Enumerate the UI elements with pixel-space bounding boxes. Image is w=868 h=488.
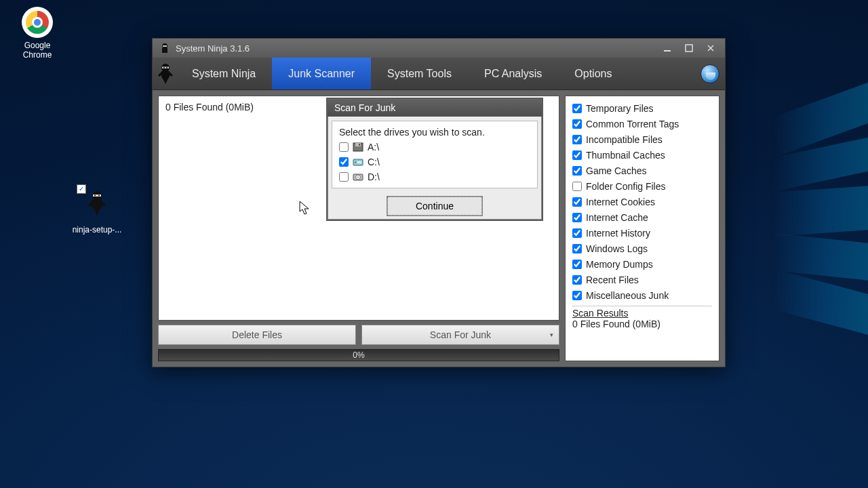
- drive-icon: [353, 142, 363, 152]
- svg-rect-18: [357, 161, 361, 163]
- svg-point-2: [94, 195, 96, 197]
- scan-option[interactable]: Internet Cache: [572, 209, 712, 225]
- desktop-icon-ninja-setup[interactable]: ✓ ninja-setup-...: [66, 187, 127, 235]
- scan-option[interactable]: Incompatible Files: [572, 131, 712, 147]
- scan-option-label: Incompatible Files: [586, 134, 663, 145]
- scan-option-label: Miscellaneous Junk: [586, 290, 669, 301]
- drive-checkbox[interactable]: [339, 157, 349, 167]
- scan-option-checkbox[interactable]: [572, 291, 582, 300]
- scan-option-checkbox[interactable]: [572, 182, 582, 191]
- drive-option[interactable]: D:\: [339, 171, 530, 182]
- scan-dialog: Scan For Junk Select the drives you wish…: [326, 98, 543, 221]
- tab-label: PC Analysis: [484, 68, 542, 80]
- progress-bar: 0%: [158, 349, 559, 361]
- scan-option[interactable]: Memory Dumps: [572, 256, 712, 272]
- scan-option-checkbox[interactable]: [572, 244, 582, 253]
- scan-option-checkbox[interactable]: [572, 213, 582, 222]
- scan-option[interactable]: Temporary Files: [572, 100, 712, 116]
- ninja-logo-icon: [155, 58, 176, 89]
- svg-point-12: [166, 66, 167, 68]
- continue-button[interactable]: Continue: [387, 197, 482, 216]
- scan-option[interactable]: Miscellaneous Junk: [572, 287, 712, 303]
- scan-option-checkbox[interactable]: [572, 260, 582, 269]
- main-tabs: System Ninja Junk Scanner System Tools P…: [153, 58, 725, 90]
- results-pane: 0 Files Found (0MiB) Scan For Junk Selec…: [158, 96, 559, 321]
- svg-rect-7: [664, 50, 671, 52]
- tab-system-tools[interactable]: System Tools: [371, 58, 468, 89]
- tab-pc-analysis[interactable]: PC Analysis: [468, 58, 558, 89]
- dialog-title: Scan For Junk: [328, 99, 542, 117]
- tab-label: System Tools: [387, 68, 452, 80]
- tab-options[interactable]: Options: [558, 58, 628, 89]
- scan-option-checkbox[interactable]: [572, 119, 582, 129]
- dialog-instruction: Select the drives you wish to scan.: [339, 127, 530, 138]
- tab-label: Options: [574, 68, 612, 80]
- scan-option-checkbox[interactable]: [572, 135, 582, 144]
- scan-option[interactable]: Thumbnail Caches: [572, 147, 712, 163]
- maximize-button[interactable]: [679, 41, 699, 55]
- close-button[interactable]: [701, 41, 721, 55]
- ninja-file-icon: ✓: [81, 190, 113, 222]
- scan-option[interactable]: Folder Config Files: [572, 178, 712, 194]
- scan-option[interactable]: Common Torrent Tags: [572, 116, 712, 131]
- drive-option[interactable]: A:\: [339, 142, 530, 152]
- scan-options-panel: Temporary FilesCommon Torrent TagsIncomp…: [565, 96, 719, 361]
- scan-option-label: Folder Config Files: [586, 181, 666, 192]
- delete-files-button[interactable]: Delete Files: [158, 325, 356, 345]
- tab-junk-scanner[interactable]: Junk Scanner: [272, 58, 371, 89]
- scan-option-checkbox[interactable]: [572, 104, 582, 113]
- app-icon: [159, 43, 170, 54]
- svg-rect-1: [93, 195, 101, 197]
- chrome-icon: [22, 7, 53, 38]
- tab-label: System Ninja: [192, 68, 256, 80]
- svg-rect-8: [686, 45, 692, 52]
- desktop-icon-label: Google Chrome: [7, 41, 68, 60]
- scan-option[interactable]: Recent Files: [572, 272, 712, 287]
- drive-icon: [353, 157, 363, 167]
- svg-point-3: [98, 195, 100, 197]
- tab-label: Junk Scanner: [288, 68, 355, 80]
- window-title: System Ninja 3.1.6: [176, 43, 250, 54]
- tab-system-ninja[interactable]: System Ninja: [176, 58, 272, 89]
- drive-checkbox[interactable]: [339, 142, 349, 152]
- scan-option-checkbox[interactable]: [572, 166, 582, 176]
- scan-option-label: Windows Logs: [586, 243, 648, 254]
- svg-rect-10: [162, 66, 169, 68]
- cursor-icon: [299, 201, 311, 216]
- desktop-icon-label: ninja-setup-...: [66, 225, 127, 235]
- svg-rect-5: [163, 45, 167, 47]
- drive-label: C:\: [368, 157, 380, 167]
- drive-icon: [353, 172, 363, 182]
- scan-results-heading: Scan Results: [572, 308, 712, 319]
- titlebar[interactable]: System Ninja 3.1.6: [153, 39, 725, 58]
- scan-option[interactable]: Internet History: [572, 225, 712, 241]
- drive-label: A:\: [368, 142, 379, 152]
- scan-option[interactable]: Windows Logs: [572, 241, 712, 256]
- scan-results-text: 0 Files Found (0MiB): [572, 319, 712, 329]
- svg-rect-6: [162, 48, 167, 53]
- scan-option-label: Recent Files: [586, 274, 639, 285]
- desktop-icon-chrome[interactable]: Google Chrome: [7, 7, 68, 60]
- scan-option-label: Thumbnail Caches: [586, 150, 665, 161]
- scan-option-checkbox[interactable]: [572, 150, 582, 160]
- drive-option[interactable]: C:\: [339, 157, 530, 167]
- svg-point-17: [355, 162, 356, 163]
- flask-icon: [701, 64, 719, 83]
- profile-orb[interactable]: [695, 58, 725, 89]
- svg-point-11: [163, 66, 165, 68]
- scan-option[interactable]: Internet Cookies: [572, 194, 712, 209]
- app-window: System Ninja 3.1.6 System Ninja Junk Sca…: [152, 38, 726, 367]
- scan-option-checkbox[interactable]: [572, 275, 582, 285]
- drive-checkbox[interactable]: [339, 172, 349, 182]
- svg-point-21: [357, 177, 359, 178]
- button-label: Delete Files: [232, 329, 282, 340]
- drive-label: D:\: [368, 171, 380, 182]
- progress-text: 0%: [353, 350, 364, 360]
- scan-for-junk-button[interactable]: Scan For Junk: [361, 325, 559, 345]
- scan-option-checkbox[interactable]: [572, 228, 582, 238]
- scan-option-checkbox[interactable]: [572, 197, 582, 207]
- scan-option-label: Internet History: [586, 228, 650, 239]
- button-label: Scan For Junk: [430, 329, 491, 340]
- scan-option[interactable]: Game Caches: [572, 163, 712, 178]
- minimize-button[interactable]: [657, 41, 677, 55]
